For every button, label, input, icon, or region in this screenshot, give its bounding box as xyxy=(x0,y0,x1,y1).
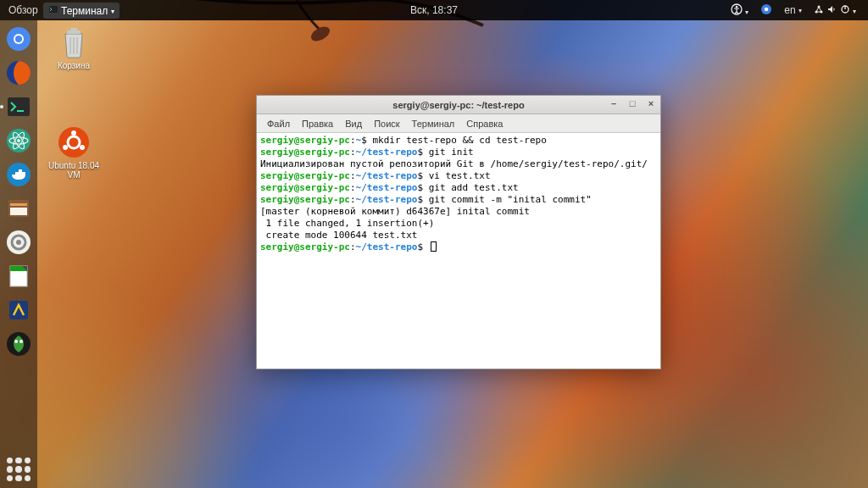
dock-docker[interactable] xyxy=(3,159,34,190)
window-titlebar[interactable]: sergiy@sergiy-pc: ~/test-repo – □ × xyxy=(257,96,660,114)
svg-point-21 xyxy=(17,139,20,142)
browser-indicator-icon[interactable] xyxy=(760,3,772,18)
app-menu-label: Терминал xyxy=(61,5,108,17)
desktop-ubuntu-label: Ubuntu 18.04 VM xyxy=(44,161,103,180)
svg-point-5 xyxy=(765,7,769,11)
svg-rect-24 xyxy=(10,203,27,206)
terminal-icon xyxy=(48,4,58,14)
menu-search[interactable]: Поиск xyxy=(369,117,404,130)
dock-app[interactable] xyxy=(3,329,34,359)
menu-view[interactable]: Вид xyxy=(340,117,367,130)
chevron-down-icon: ▾ xyxy=(111,8,114,15)
system-tray[interactable]: ▾ xyxy=(814,4,856,17)
menu-file[interactable]: Файл xyxy=(262,117,295,130)
svg-rect-15 xyxy=(8,97,30,116)
accessibility-icon[interactable]: ▾ xyxy=(731,3,748,18)
app-menu[interactable]: Терминал ▾ xyxy=(43,3,120,19)
svg-rect-1 xyxy=(49,6,58,13)
menu-edit[interactable]: Правка xyxy=(297,117,338,130)
svg-point-44 xyxy=(80,145,85,150)
dock-settings[interactable] xyxy=(3,227,34,258)
svg-point-42 xyxy=(71,130,76,136)
window-minimize-button[interactable]: – xyxy=(608,97,620,109)
window-close-button[interactable]: × xyxy=(645,97,657,109)
power-icon xyxy=(840,4,850,14)
dock-terminal[interactable] xyxy=(3,92,34,122)
network-icon xyxy=(814,4,824,14)
window-title: sergiy@sergiy-pc: ~/test-repo xyxy=(392,100,524,110)
dock-libreoffice[interactable] xyxy=(3,261,34,291)
menu-terminal[interactable]: Терминал xyxy=(407,117,460,130)
top-panel: Обзор Терминал ▾ Вск, 18:37 ▾ en ▾ ▾ xyxy=(0,0,868,20)
terminal-cursor xyxy=(431,241,437,252)
svg-rect-25 xyxy=(10,208,27,215)
svg-point-28 xyxy=(16,240,21,245)
terminal-output[interactable]: sergiy@sergiy-pc:~$ mkdir test-repo && c… xyxy=(257,133,660,369)
dock-chromium[interactable] xyxy=(3,24,34,54)
desktop-ubuntu-vm[interactable]: Ubuntu 18.04 VM xyxy=(44,125,103,180)
menu-help[interactable]: Справка xyxy=(461,117,508,130)
svg-point-43 xyxy=(63,145,68,150)
dock-atom[interactable] xyxy=(3,125,34,156)
terminal-window: sergiy@sergiy-pc: ~/test-repo – □ × Файл… xyxy=(256,95,661,369)
desktop-trash-label: Корзина xyxy=(44,61,103,70)
dock-firefox[interactable] xyxy=(3,58,34,88)
clock[interactable]: Вск, 18:37 xyxy=(410,4,458,16)
activities-button[interactable]: Обзор xyxy=(5,4,42,16)
svg-point-34 xyxy=(19,340,23,343)
dock-files[interactable] xyxy=(3,193,34,224)
volume-icon xyxy=(826,4,837,14)
svg-rect-36 xyxy=(70,28,77,30)
apps-grid-button[interactable] xyxy=(7,458,31,481)
dock-virtualbox[interactable] xyxy=(3,295,34,325)
svg-point-13 xyxy=(15,36,22,42)
svg-point-33 xyxy=(14,340,18,343)
window-maximize-button[interactable]: □ xyxy=(626,97,638,109)
svg-point-3 xyxy=(736,5,738,8)
dock xyxy=(0,20,37,488)
trash-icon xyxy=(57,25,91,59)
keyboard-layout[interactable]: en ▾ xyxy=(784,4,802,16)
desktop-trash[interactable]: Корзина xyxy=(44,25,103,70)
terminal-menubar: Файл Правка Вид Поиск Терминал Справка xyxy=(257,114,660,133)
svg-rect-35 xyxy=(67,30,81,34)
ubuntu-icon xyxy=(57,125,91,159)
